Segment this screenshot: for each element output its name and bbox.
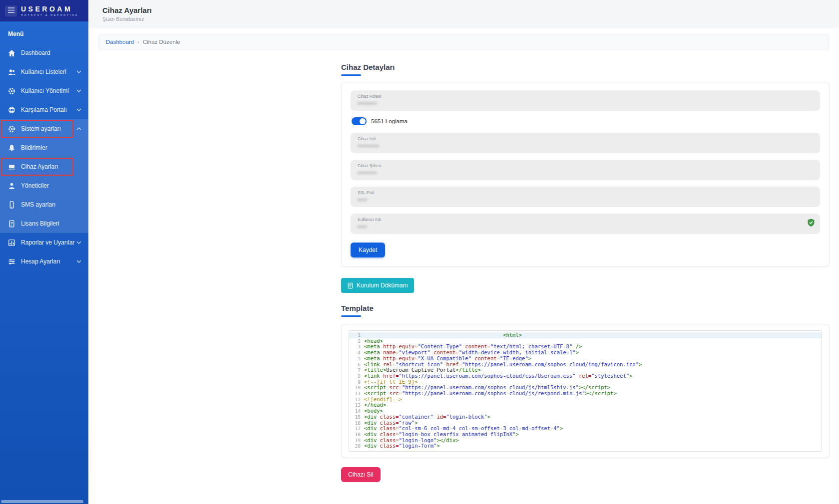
sidebar-item-dashboard[interactable]: Dashboard bbox=[0, 43, 88, 62]
home-icon bbox=[8, 49, 15, 57]
gear-icon bbox=[8, 87, 15, 95]
input-field-ssl-port[interactable]: SSL Port•••• bbox=[351, 187, 820, 207]
chevron-down-icon bbox=[76, 89, 81, 92]
sliders-icon bbox=[8, 258, 15, 265]
sidebar-item-label: Karşılama Portalı bbox=[21, 106, 67, 113]
line-number: 8 bbox=[349, 373, 364, 379]
sidebar-item-cihaz-ayarlari[interactable]: Cihaz Ayarları bbox=[0, 157, 88, 176]
topbar: USEROAM HOTSPOT & REPORTING bbox=[0, 0, 88, 21]
users-icon bbox=[8, 68, 15, 76]
toggle-row: 5651 Loglama bbox=[352, 117, 819, 125]
bell-icon bbox=[8, 144, 15, 152]
sidebar-item-label: Hesap Ayarları bbox=[21, 258, 60, 265]
code-line: 8<link href="https://panel.useroam.com/s… bbox=[349, 373, 822, 379]
sidebar-item-kullanici-listeleri[interactable]: Kullanıcı Listeleri bbox=[0, 62, 88, 81]
page-title: Cihaz Ayarları bbox=[102, 6, 839, 14]
code-line: 1 <html> bbox=[349, 332, 822, 338]
sidebar-menu: DashboardKullanıcı ListeleriKullanıcı Yö… bbox=[0, 43, 88, 271]
chevron-down-icon bbox=[76, 260, 81, 263]
phone-icon bbox=[8, 201, 15, 209]
sidebar-item-yoneticiler[interactable]: Yöneticiler bbox=[0, 176, 88, 195]
code-text: <html> bbox=[364, 332, 522, 338]
input-field-kullanici-adi[interactable]: Kullanıcı Adı•••• bbox=[351, 214, 820, 234]
brand-logo-text: USEROAM bbox=[21, 5, 78, 13]
sidebar-item-raporlar-ve-uyarilar[interactable]: Raporlar ve Uyarılar bbox=[0, 233, 88, 252]
admin-icon bbox=[8, 182, 15, 190]
line-number: 2 bbox=[349, 338, 364, 344]
page-header: Cihaz Ayarları Şuan Buradasınız bbox=[88, 0, 839, 27]
line-number: 20 bbox=[349, 443, 364, 449]
line-number: 12 bbox=[349, 397, 364, 403]
field-label: SSL Port bbox=[358, 190, 813, 195]
logging-toggle-label: 5651 Loglama bbox=[371, 118, 408, 124]
breadcrumb-dashboard-link[interactable]: Dashboard bbox=[106, 39, 134, 45]
code-line: 20<div class="login-form"> bbox=[349, 443, 822, 449]
sidebar-item-hesap-ayarlari[interactable]: Hesap Ayarları bbox=[0, 252, 88, 271]
sidebar-item-label: Kullanıcı Listeleri bbox=[21, 68, 66, 75]
input-field-cihaz-sifresi[interactable]: Cihaz Şifresi•••••••• bbox=[351, 160, 820, 180]
breadcrumb: Dashboard › Cihaz Düzenle bbox=[98, 34, 829, 50]
device-details-card: Cihaz Adresi•••••••• 5651 Loglama Cihaz … bbox=[341, 82, 830, 267]
line-number: 17 bbox=[349, 426, 364, 432]
code-line: 11<script src="https://panel.useroam.com… bbox=[349, 391, 822, 397]
line-number: 10 bbox=[349, 385, 364, 391]
field-label: Cihaz Adı bbox=[358, 136, 813, 141]
document-icon bbox=[347, 282, 354, 289]
report-icon bbox=[8, 239, 15, 247]
section-title-underline bbox=[341, 74, 361, 76]
line-number: 9 bbox=[349, 379, 364, 385]
chevron-down-icon bbox=[76, 108, 81, 111]
page-subtitle: Şuan Buradasınız bbox=[102, 16, 839, 22]
line-number: 11 bbox=[349, 391, 364, 397]
template-title: Template bbox=[341, 304, 830, 312]
line-number: 7 bbox=[349, 367, 364, 373]
line-number: 1 bbox=[349, 332, 364, 338]
line-number: 18 bbox=[349, 432, 364, 438]
sidebar-item-karsilama-portali[interactable]: Karşılama Portalı bbox=[0, 100, 88, 119]
installation-docs-button[interactable]: Kurulum Dökümanı bbox=[341, 278, 414, 293]
password-shield-icon[interactable] bbox=[807, 219, 815, 227]
line-number: 6 bbox=[349, 362, 364, 368]
field-value-redacted: •••• bbox=[358, 224, 813, 230]
sidebar-item-kullanici-yonetimi[interactable]: Kullanıcı Yönetimi bbox=[0, 81, 88, 100]
code-text: <div class="login-form"> bbox=[364, 443, 440, 449]
device-icon bbox=[8, 163, 15, 171]
delete-device-button[interactable]: Cihazı Sil bbox=[341, 467, 381, 482]
breadcrumb-current: Cihaz Düzenle bbox=[143, 39, 180, 45]
sidebar-item-label: SMS ayarları bbox=[21, 201, 55, 208]
chevron-down-icon bbox=[76, 70, 81, 73]
section-title-underline bbox=[341, 315, 361, 317]
save-button[interactable]: Kaydet bbox=[351, 243, 385, 257]
sidebar-item-sistem-ayarlari[interactable]: Sistem ayarları bbox=[0, 119, 88, 138]
input-field-cihaz-adi[interactable]: Cihaz Adı••••••••• bbox=[351, 133, 820, 153]
sidebar-item-bildirimler[interactable]: Bildirimler bbox=[0, 138, 88, 157]
installation-docs-label: Kurulum Dökümanı bbox=[357, 282, 408, 289]
line-number: 4 bbox=[349, 350, 364, 356]
field-label: Cihaz Şifresi bbox=[358, 163, 813, 168]
field-label: Cihaz Adresi bbox=[358, 94, 813, 99]
device-form-fields: Cihaz Adresi•••••••• 5651 Loglama Cihaz … bbox=[351, 90, 820, 234]
sidebar-item-label: Dashboard bbox=[21, 49, 50, 56]
sidebar-horizontal-scrollbar[interactable] bbox=[1, 500, 83, 503]
template-card: 1 <html>2<head>3<meta http-equiv="Conten… bbox=[341, 324, 830, 458]
chevron-down-icon bbox=[76, 241, 81, 244]
sidebar-item-label: Lisans Bilgileri bbox=[21, 220, 59, 227]
field-value-redacted: ••••••••• bbox=[358, 143, 813, 149]
code-line: 12<![endif]--> bbox=[349, 397, 822, 403]
line-number: 5 bbox=[349, 356, 364, 362]
sidebar: Menü DashboardKullanıcı ListeleriKullanı… bbox=[0, 21, 88, 504]
brand-logo: USEROAM HOTSPOT & REPORTING bbox=[21, 5, 78, 16]
sidebar-item-lisans-bilgileri[interactable]: Lisans Bilgileri bbox=[0, 214, 88, 233]
sidebar-menu-title: Menü bbox=[0, 21, 88, 43]
hamburger-menu-button[interactable] bbox=[5, 5, 17, 16]
toggle-knob bbox=[360, 118, 366, 124]
chevron-up-icon bbox=[76, 127, 81, 130]
code-editor[interactable]: 1 <html>2<head>3<meta http-equiv="Conten… bbox=[349, 330, 822, 452]
line-number: 19 bbox=[349, 438, 364, 444]
logging-toggle[interactable] bbox=[352, 117, 367, 125]
field-value-redacted: •••••••• bbox=[358, 100, 813, 106]
input-field-cihaz-adresi[interactable]: Cihaz Adresi•••••••• bbox=[351, 90, 820, 111]
submenu-sistem-ayarlari: Sistem ayarlarıBildirimlerCihaz Ayarları… bbox=[0, 119, 88, 233]
sidebar-item-sms-ayarlari[interactable]: SMS ayarları bbox=[0, 195, 88, 214]
code-text: <script src="https://panel.useroam.com/s… bbox=[364, 391, 617, 397]
